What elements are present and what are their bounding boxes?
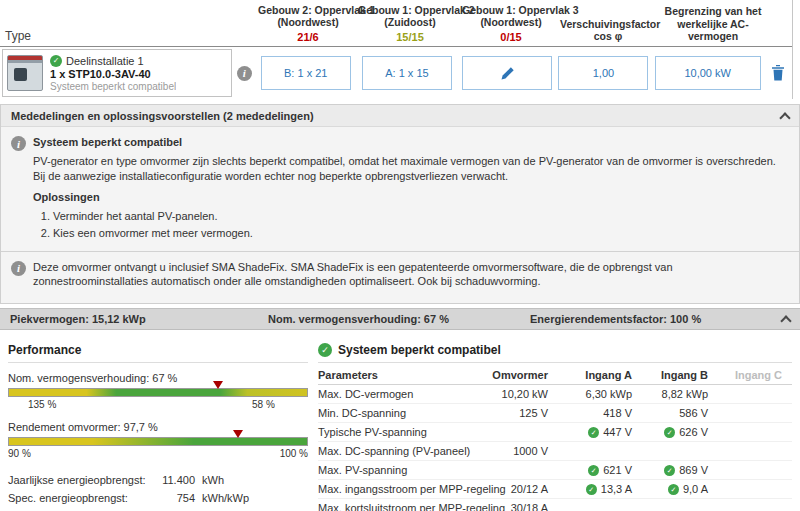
check-ok-icon: ✓ <box>588 427 599 438</box>
subsystem-label: Deelinstallatie 1 <box>66 55 144 67</box>
param-label: Max. ingangsstroom per MPP-regeling <box>318 483 496 495</box>
parameters-table-header: Parameters Omvormer Ingang A Ingang B In… <box>318 366 792 385</box>
ac-limit-title-line3: vermogen <box>656 30 770 43</box>
gauge-marker-icon <box>233 430 243 438</box>
message-block: i Systeem beperkt compatibel PV-generato… <box>1 127 799 251</box>
details-area: Performance Nom. vermogensverhouding: 67… <box>0 330 800 511</box>
ac-limit-field[interactable]: 10,00 kW <box>655 56 761 90</box>
param-input-b-value: ✓626 V <box>632 426 708 438</box>
solution-item: Verminder het aantal PV-panelen. <box>53 209 789 223</box>
status-ok-icon: ✓ <box>50 55 62 67</box>
column-header-ac-limit: Begrenzing van het werkelijke AC- vermog… <box>656 5 770 43</box>
param-input-a-value: ✓447 V <box>548 426 632 438</box>
param-label: Min. DC-spanning <box>318 407 496 419</box>
inverter-config-table: Type Gebouw 2: Oppervlak 1 (Noordwest) 2… <box>0 0 793 99</box>
nominal-power-ratio-summary: Nom. vermogensverhouding: 67 % <box>268 313 530 325</box>
stat-value: 11.400 <box>103 474 195 486</box>
table-row: Typische PV-spanning ✓447 V ✓626 V <box>318 423 792 442</box>
compatibility-title: Systeem beperkt compatibel <box>338 343 501 357</box>
col-omvormer: Omvormer <box>496 369 548 381</box>
surface-1-assignment-field[interactable]: B: 1 x 21 <box>261 56 351 90</box>
check-ok-icon: ✓ <box>668 484 679 495</box>
messages-section: Mededelingen en oplossingsvoorstellen (2… <box>0 104 800 304</box>
shadefix-message-block: i Deze omvormer ontvangt u inclusief SMA… <box>1 252 799 304</box>
inverter-efficiency-gauge: Rendement omvormer: 97,7 % 90 % 100 % <box>8 421 308 461</box>
param-inverter-value: 10,20 kW <box>496 388 548 400</box>
param-input-b-value: ✓9,0 A <box>632 483 708 495</box>
cos-phi-field[interactable]: 1,00 <box>558 56 648 90</box>
status-ok-icon: ✓ <box>318 343 332 357</box>
parameters-table: Parameters Omvormer Ingang A Ingang B In… <box>318 366 792 511</box>
info-icon[interactable]: i <box>11 136 26 151</box>
inverter-image <box>7 55 43 91</box>
surface-3-count: 0/15 <box>462 31 560 43</box>
param-input-b-value: ✓869 V <box>632 464 708 476</box>
gauge-scale-left: 90 % <box>8 448 31 459</box>
surface-1-title: Gebouw 2: Oppervlak 1 <box>258 4 358 17</box>
gauge-scale-right: 58 % <box>252 399 275 410</box>
collapse-chevron-icon <box>779 112 790 123</box>
surface-3-edit-button[interactable] <box>462 56 552 90</box>
gauge-bar <box>8 437 308 446</box>
surface-2-assignment-field[interactable]: A: 1 x 15 <box>362 56 452 90</box>
ac-limit-title-line1: Begrenzing van het <box>656 5 770 18</box>
stat-row: Spec. energieopbrengst: 754 kWh/kWp <box>8 492 308 510</box>
message-body-text: PV-generator en type omvormer zijn slech… <box>33 154 789 183</box>
check-ok-icon: ✓ <box>586 484 597 495</box>
info-icon[interactable]: i <box>11 261 26 276</box>
inverter-card[interactable]: ✓ Deelinstallatie 1 1 x STP10.0-3AV-40 S… <box>2 49 232 97</box>
param-inverter-value: 30/18 A <box>496 502 548 511</box>
cos-phi-title-line1: Verschuivingsfactor <box>560 18 656 31</box>
solution-item: Kies een omvormer met meer vermogen. <box>53 226 789 240</box>
column-header-surface-2: Gebouw 1: Oppervlak 2 (Zuidoost) 15/15 <box>358 4 462 43</box>
gauge-bar <box>8 388 308 397</box>
messages-section-header[interactable]: Mededelingen en oplossingsvoorstellen (2… <box>1 105 799 127</box>
param-input-a-value: ✓621 V <box>548 464 632 476</box>
surface-2-count: 15/15 <box>358 31 462 43</box>
table-row: Max. PV-spanning ✓621 V ✓869 V <box>318 461 792 480</box>
results-summary-bar[interactable]: Piekvermogen: 15,12 kWp Nom. vermogensve… <box>0 308 800 330</box>
ac-limit-title-line2: werkelijke AC- <box>656 18 770 31</box>
param-input-b-value: 586 V <box>632 407 708 419</box>
gauge-scale-right: 100 % <box>280 448 308 459</box>
col-ingang-b: Ingang B <box>632 369 708 381</box>
surface-1-orientation: (Noordwest) <box>258 16 358 29</box>
table-header-row: Type Gebouw 2: Oppervlak 1 (Noordwest) 2… <box>0 0 792 47</box>
column-header-surface-3: Gebouw 1: Oppervlak 3 (Noordwest) 0/15 <box>462 4 560 43</box>
check-ok-icon: ✓ <box>664 427 675 438</box>
compatibility-panel: ✓ Systeem beperkt compatibel Parameters … <box>318 343 792 511</box>
stat-value: 754 <box>103 492 195 504</box>
message-title: Systeem beperkt compatibel <box>33 135 789 149</box>
inverter-info: ✓ Deelinstallatie 1 1 x STP10.0-3AV-40 S… <box>50 55 176 92</box>
surface-3-orientation: (Noordwest) <box>462 16 560 29</box>
column-header-surface-1: Gebouw 2: Oppervlak 1 (Noordwest) 21/6 <box>258 4 358 43</box>
check-ok-icon: ✓ <box>588 465 599 476</box>
stat-unit: kWh <box>202 474 224 486</box>
peak-power-summary: Piekvermogen: 15,12 kWp <box>10 313 268 325</box>
surface-1-count: 21/6 <box>258 31 358 43</box>
param-label: Typische PV-spanning <box>318 426 496 438</box>
solutions-list: Verminder het aantal PV-panelen. Kies ee… <box>53 209 789 241</box>
gauge-marker-icon <box>213 381 223 389</box>
inverter-model: 1 x STP10.0-3AV-40 <box>50 68 176 80</box>
param-input-a-value: ✓13,3 A <box>548 483 632 495</box>
performance-title: Performance <box>8 343 308 363</box>
surface-3-title: Gebouw 1: Oppervlak 3 <box>462 4 560 17</box>
param-input-b-value: 8,82 kWp <box>632 388 708 400</box>
info-icon[interactable]: i <box>237 66 252 81</box>
inverter-row: ✓ Deelinstallatie 1 1 x STP10.0-3AV-40 S… <box>0 47 792 99</box>
param-label: Max. DC-spanning (PV-paneel) <box>318 445 496 457</box>
energy-yield-factor-summary: Energierendementsfactor: 100 % <box>530 313 701 325</box>
nominal-power-ratio-gauge: Nom. vermogensverhouding: 67 % 135 % 58 … <box>8 372 308 412</box>
col-ingang-a: Ingang A <box>548 369 632 381</box>
stat-row: Jaarlijkse energieopbrengst: 11.400 kWh <box>8 474 308 492</box>
sunny-design-config-view: Type Gebouw 2: Oppervlak 1 (Noordwest) 2… <box>0 0 800 511</box>
stat-unit: kWh/kWp <box>202 492 249 504</box>
performance-panel: Performance Nom. vermogensverhouding: 67… <box>8 343 308 511</box>
col-ingang-c: Ingang C <box>708 369 782 381</box>
edit-pencil-icon <box>500 66 515 81</box>
collapse-chevron-icon <box>780 316 791 327</box>
surface-2-orientation: (Zuidoost) <box>358 16 462 29</box>
table-row: Max. ingangsstroom per MPP-regeling 20/1… <box>318 480 792 499</box>
delete-inverter-button[interactable] <box>771 65 785 81</box>
